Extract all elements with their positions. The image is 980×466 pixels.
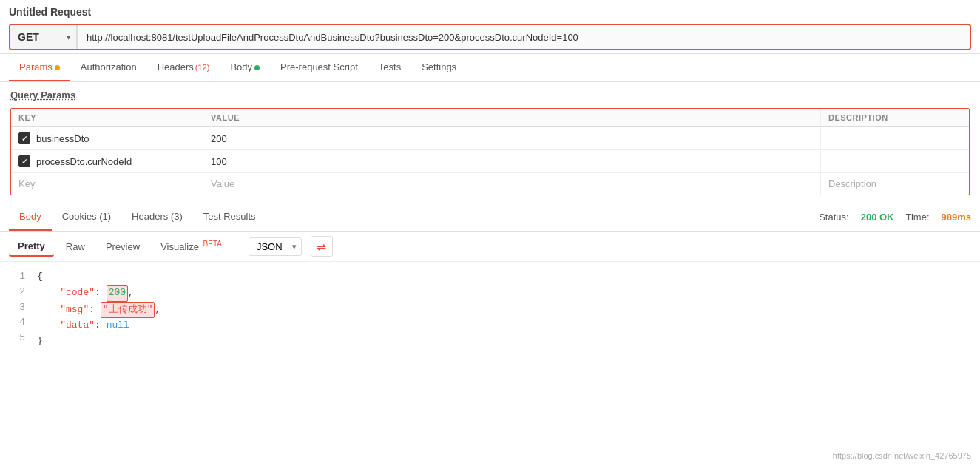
table-row: businessDto 200 <box>11 127 969 150</box>
tab-body[interactable]: Body <box>220 54 270 81</box>
checkbox-2[interactable] <box>18 155 30 167</box>
col-description: DESCRIPTION <box>821 109 969 126</box>
wrap-button[interactable]: ⇌ <box>311 236 333 257</box>
response-toolbar: Pretty Raw Preview Visualize BETA JSON T… <box>0 232 980 262</box>
method-wrapper: GET POST PUT DELETE PATCH <box>10 25 78 49</box>
top-bar: Untitled Request GET POST PUT DELETE PAT… <box>0 0 980 54</box>
response-tabs-row: Body Cookies (1) Headers (3) Test Result… <box>0 203 980 232</box>
code-area: 1 2 3 4 5 { "code": 200, "msg": "上传成功", … <box>0 262 980 357</box>
desc-cell-1 <box>821 133 969 143</box>
request-tabs: Params Authorization Headers(12) Body Pr… <box>0 54 980 82</box>
desc-cell-3: Description <box>821 173 969 195</box>
code-line-3: "msg": "上传成功", <box>37 302 970 319</box>
params-header: KEY VALUE DESCRIPTION <box>11 109 969 127</box>
query-params-label: Query Params <box>0 82 980 104</box>
value-cell-1: 200 <box>203 128 821 149</box>
headers-badge: (12) <box>195 63 210 72</box>
tab-response-headers[interactable]: Headers (3) <box>121 203 193 231</box>
key-cell-2: processDto.curNodeId <box>11 150 203 172</box>
key-placeholder[interactable]: Key <box>18 178 35 189</box>
desc-placeholder: Description <box>828 178 876 189</box>
value-placeholder: Value <box>211 178 234 189</box>
col-key: KEY <box>11 109 203 126</box>
json-format-select[interactable]: JSON Text HTML XML <box>249 238 301 255</box>
key-value-1: businessDto <box>36 133 89 144</box>
code-line-4: "data": null <box>37 318 970 334</box>
page-title: Untitled Request <box>9 6 971 18</box>
tab-response-cookies[interactable]: Cookies (1) <box>52 203 121 231</box>
tab-headers[interactable]: Headers(12) <box>147 54 220 81</box>
method-select[interactable]: GET POST PUT DELETE PATCH <box>10 25 77 49</box>
code-line-2: "code": 200, <box>37 285 970 302</box>
body-dot <box>254 65 260 70</box>
tab-response-test-results[interactable]: Test Results <box>193 203 266 231</box>
time-label: Time: <box>905 212 929 223</box>
value-cell-3: Value <box>203 173 821 195</box>
checkbox-1[interactable] <box>18 132 30 144</box>
response-status: Status: 200 OK Time: 989ms <box>819 212 971 223</box>
code-line-1: { <box>37 269 970 285</box>
status-label: Status: <box>819 212 848 223</box>
key-cell-1: businessDto <box>11 127 203 149</box>
key-value-2: processDto.curNodeId <box>36 156 132 167</box>
line-numbers: 1 2 3 4 5 <box>10 269 25 349</box>
beta-badge: BETA <box>203 240 222 248</box>
time-value: 989ms <box>942 212 971 223</box>
tab-response-body[interactable]: Body <box>9 203 52 231</box>
params-table: KEY VALUE DESCRIPTION businessDto 200 pr… <box>10 108 970 195</box>
desc-cell-2 <box>821 156 969 166</box>
col-value: VALUE <box>203 109 821 126</box>
tab-settings[interactable]: Settings <box>411 54 467 81</box>
value-cell-2: 100 <box>203 151 821 172</box>
code-line-5: } <box>37 334 970 349</box>
request-row: GET POST PUT DELETE PATCH <box>9 24 971 50</box>
url-input[interactable] <box>78 26 970 49</box>
tab-params[interactable]: Params <box>9 54 70 81</box>
json-format-select-wrap: JSON Text HTML XML <box>249 237 302 256</box>
format-raw[interactable]: Raw <box>57 237 94 256</box>
tab-tests[interactable]: Tests <box>368 54 411 81</box>
params-dot <box>55 65 60 70</box>
code-content: { "code": 200, "msg": "上传成功", "data": nu… <box>37 269 970 349</box>
response-section: Body Cookies (1) Headers (3) Test Result… <box>0 203 980 357</box>
tab-authorization[interactable]: Authorization <box>70 54 147 81</box>
status-value: 200 OK <box>861 212 894 223</box>
format-pretty[interactable]: Pretty <box>9 237 54 257</box>
tab-pre-request[interactable]: Pre-request Script <box>270 54 368 81</box>
format-visualize[interactable]: Visualize BETA <box>152 236 231 256</box>
key-cell-3: Key <box>11 173 203 195</box>
table-row: Key Value Description <box>11 173 969 195</box>
format-preview[interactable]: Preview <box>97 237 149 256</box>
table-row: processDto.curNodeId 100 <box>11 150 969 173</box>
